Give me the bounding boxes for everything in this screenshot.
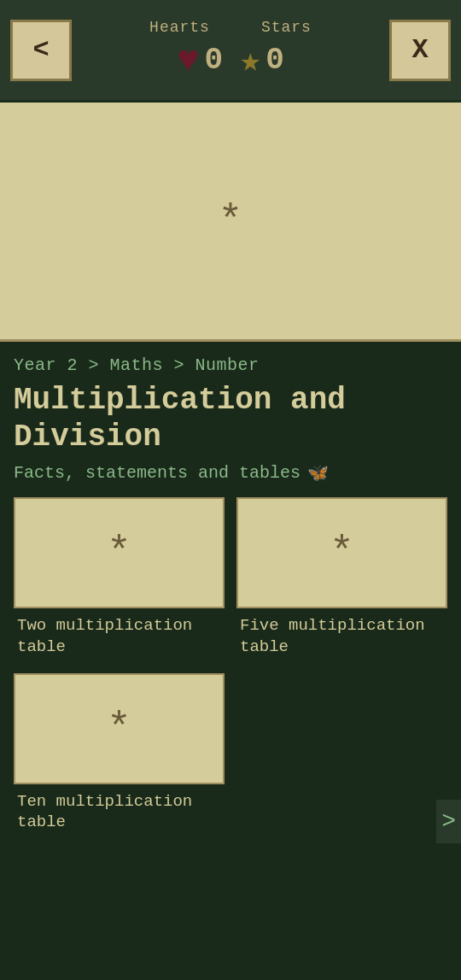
hearts-value: 0 bbox=[205, 43, 224, 78]
hearts-label: Hearts bbox=[149, 19, 210, 36]
bottom-cards: * Ten multiplication table bbox=[14, 673, 447, 848]
card-two-multiplication[interactable]: * Two multiplication table bbox=[14, 497, 225, 660]
back-button[interactable]: < bbox=[10, 20, 72, 81]
card-ten-multiplication[interactable]: * Ten multiplication table bbox=[14, 673, 225, 836]
star-icon: ★ bbox=[240, 39, 260, 81]
card-asterisk-five: * bbox=[330, 530, 354, 576]
page-title: Multiplication and Division bbox=[14, 382, 447, 455]
card-image-ten: * bbox=[14, 673, 225, 784]
stars-value: 0 bbox=[266, 43, 284, 78]
card-image-five: * bbox=[236, 497, 447, 608]
cards-grid: * Two multiplication table * Five multip… bbox=[14, 497, 447, 672]
content-area: Year 2 > Maths > Number Multiplication a… bbox=[0, 342, 461, 859]
right-arrow-button[interactable]: > bbox=[436, 800, 461, 843]
bug-icon: 🦋 bbox=[307, 462, 329, 484]
stats-labels: Hearts Stars bbox=[149, 19, 312, 36]
card-label-two: Two multiplication table bbox=[14, 608, 225, 660]
card-label-five: Five multiplication table bbox=[236, 608, 447, 660]
card-five-multiplication[interactable]: * Five multiplication table bbox=[236, 497, 447, 660]
card-asterisk-ten: * bbox=[107, 706, 131, 752]
header: < Hearts Stars ♥ 0 ★ 0 X bbox=[0, 0, 461, 103]
main-image: * bbox=[0, 103, 461, 342]
main-image-placeholder: * bbox=[219, 198, 243, 244]
card-image-two: * bbox=[14, 497, 225, 608]
subtitle-text: Facts, statements and tables bbox=[14, 463, 301, 483]
card-asterisk-two: * bbox=[107, 530, 131, 576]
stats-area: Hearts Stars ♥ 0 ★ 0 bbox=[149, 19, 312, 82]
heart-icon: ♥ bbox=[177, 39, 199, 82]
stars-group: ★ 0 bbox=[240, 39, 284, 81]
close-button[interactable]: X bbox=[389, 20, 451, 81]
subtitle: Facts, statements and tables 🦋 bbox=[14, 462, 447, 484]
card-label-ten: Ten multiplication table bbox=[14, 784, 225, 836]
hearts-group: ♥ 0 bbox=[177, 39, 223, 82]
breadcrumb: Year 2 > Maths > Number bbox=[14, 355, 447, 375]
stats-values: ♥ 0 ★ 0 bbox=[177, 39, 284, 82]
stars-label: Stars bbox=[261, 19, 312, 36]
